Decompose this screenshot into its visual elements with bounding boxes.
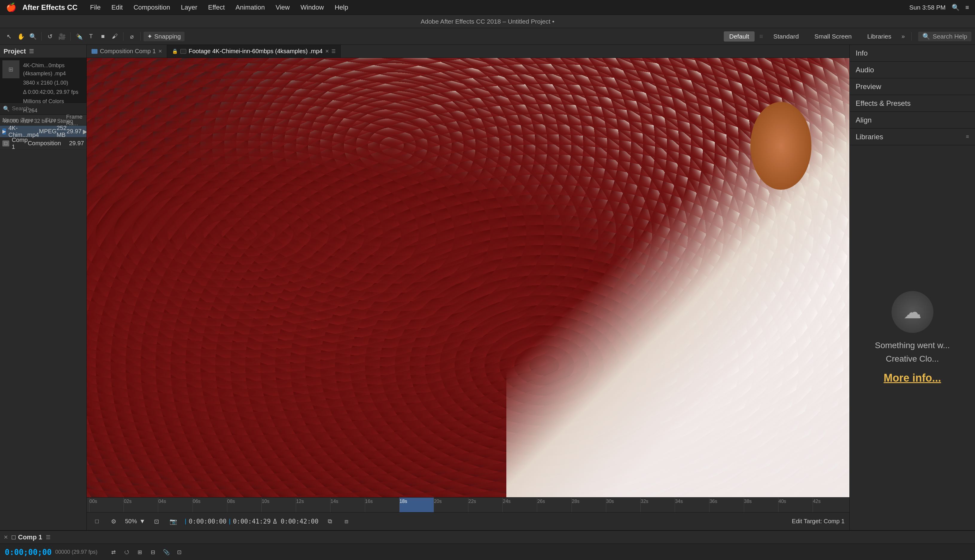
footage-tab-close[interactable]: ✕ <box>325 48 329 54</box>
project-item-footage[interactable]: ▶ 4K-Chim...mp4 MPEG 252 MB 29.97 ▶ <box>0 125 87 137</box>
viewer-controls: □ ⚙ 50% ▼ ⊡ 📷 | 0:00:00:00 | 0:00:41:29 … <box>87 512 850 530</box>
zoom-level[interactable]: 50% <box>125 518 137 525</box>
more-info-link[interactable]: More info... <box>884 372 941 384</box>
tab-composition[interactable]: Composition Comp 1 ✕ <box>87 45 167 58</box>
tab-footage[interactable]: 🔒 Footage 4K-Chimei-inn-60mbps (4ksample… <box>167 45 341 58</box>
timecode-display: | 0:00:00:00 | 0:00:41:29 Δ 0:00:42:00 <box>185 518 318 525</box>
timeline-tool-5[interactable]: 📎 <box>161 547 172 558</box>
zoom-dropdown-icon: ▼ <box>139 518 145 525</box>
tick-4: 04s <box>158 498 192 512</box>
tick-12: 12s <box>296 498 330 512</box>
panel-align[interactable]: Align <box>850 112 975 128</box>
project-menu-icon[interactable]: ☰ <box>29 48 34 55</box>
apple-logo-icon[interactable]: 🍎 <box>6 2 17 12</box>
app-name: After Effects CC <box>22 3 77 12</box>
zoom-control[interactable]: 50% ▼ <box>125 518 145 525</box>
hand-tool[interactable]: ✋ <box>15 31 26 42</box>
timeline-menu-icon[interactable]: ☰ <box>46 534 50 540</box>
audio-info: 48.000 kHz / 32 bit U / Stereo <box>2 117 84 125</box>
panel-libraries[interactable]: Libraries ≡ <box>850 128 975 145</box>
close-icon[interactable]: ✕ <box>3 534 8 540</box>
camera-tool[interactable]: 🎥 <box>57 31 67 42</box>
comp-name: Comp 1 <box>18 533 42 541</box>
system-time: Sun 3:58 PM <box>909 4 945 11</box>
snapping-toggle[interactable]: ✦ Snapping <box>144 32 184 41</box>
zoom-tool[interactable]: 🔍 <box>27 31 38 42</box>
timeline-tool-2[interactable]: ⭯ <box>121 547 132 558</box>
audio-label: Audio <box>856 66 874 74</box>
puppet-tool[interactable]: ⌀ <box>127 31 137 42</box>
viewer-timeline-bar[interactable]: 00s 02s 04s 06s 08s 10s 12s 14s 16s 18s … <box>87 497 850 512</box>
viewer-canvas <box>87 58 850 497</box>
timecode-out-marker: | <box>229 518 230 525</box>
main-layout: Project ☰ ⊞ 4K-Chim...0mbps (4ksamples) … <box>0 45 975 530</box>
timecode-duration: Δ 0:00:42:00 <box>273 518 318 525</box>
footage-tab-menu[interactable]: ☰ <box>331 48 336 54</box>
timeline-area: ✕ □ Comp 1 ☰ 0:00;00;00 00000 (29.97 fps… <box>0 530 975 560</box>
project-item-comp[interactable]: □ Comp 1 Composition 29.97 <box>0 137 87 149</box>
paint-tool[interactable]: 🖌 <box>109 31 120 42</box>
comp-tab[interactable]: □ Comp 1 <box>12 533 42 541</box>
menu-extras: ≡ <box>965 4 969 11</box>
timeline-tool-6[interactable]: ⊡ <box>174 547 185 558</box>
workspace-default[interactable]: Default <box>724 32 754 42</box>
viewer-icon-a[interactable]: ⧉ <box>324 516 335 527</box>
project-preview: ⊞ 4K-Chim...0mbps (4ksamples) .mp4 3840 … <box>0 58 87 103</box>
timecode-in: 0:00:00:00 <box>189 518 226 525</box>
workspace-standard[interactable]: Standard <box>768 32 804 42</box>
menu-view[interactable]: View <box>270 2 295 13</box>
menu-window[interactable]: Window <box>295 2 329 13</box>
file-dimensions: 3840 x 2160 (1.00) <box>23 79 84 87</box>
comp-icon: □ <box>2 140 9 147</box>
menubar: 🍎 After Effects CC File Edit Composition… <box>0 0 975 15</box>
text-tool[interactable]: T <box>85 31 96 42</box>
tick-38: 38s <box>744 498 778 512</box>
workspace-more-icon[interactable]: » <box>901 33 905 40</box>
tick-18[interactable]: 18s <box>399 498 434 512</box>
effects-label: Effects & Presets <box>856 99 911 108</box>
tool-separator-1 <box>41 32 42 41</box>
viewer-settings-icon[interactable]: ⚙ <box>108 516 119 527</box>
comp-tab-close[interactable]: ✕ <box>158 48 162 54</box>
timeline-tool-4[interactable]: ⊟ <box>148 547 159 558</box>
panel-preview[interactable]: Preview <box>850 78 975 95</box>
menu-composition[interactable]: Composition <box>128 2 175 13</box>
selection-tool[interactable]: ↖ <box>3 31 14 42</box>
menu-effect[interactable]: Effect <box>203 2 230 13</box>
panel-effects-presets[interactable]: Effects & Presets <box>850 95 975 112</box>
right-panel-cc-content: ☁ Something went w...Creative Clo... Mor… <box>850 145 975 530</box>
cc-icon: ☁ <box>891 291 933 333</box>
search-help-box[interactable]: 🔍 Search Help <box>918 32 972 41</box>
comp-icon: □ <box>12 533 15 541</box>
camera-icon[interactable]: 📷 <box>168 516 179 527</box>
timeline-tool-3[interactable]: ⊞ <box>135 547 145 558</box>
workspace-libraries[interactable]: Libraries <box>862 32 897 42</box>
panel-info[interactable]: Info <box>850 45 975 62</box>
tick-22: 22s <box>468 498 502 512</box>
file-name: 4K-Chim...0mbps (4ksamples) .mp4 <box>23 62 84 78</box>
menu-right: Sun 3:58 PM 🔍 ≡ <box>909 4 975 11</box>
tick-20: 20s <box>434 498 468 512</box>
edit-target: Edit Target: Comp 1 <box>792 518 845 525</box>
viewer-icon-b[interactable]: ⧇ <box>341 516 352 527</box>
menu-help[interactable]: Help <box>329 2 353 13</box>
file-color: Millions of Colors <box>23 97 84 105</box>
menu-animation[interactable]: Animation <box>230 2 270 13</box>
rotate-tool[interactable]: ↺ <box>45 31 55 42</box>
workspace-smallscreen[interactable]: Small Screen <box>809 32 857 42</box>
panel-audio[interactable]: Audio <box>850 62 975 78</box>
menu-file[interactable]: File <box>85 2 106 13</box>
menu-edit[interactable]: Edit <box>106 2 128 13</box>
search-icon[interactable]: 🔍 <box>952 4 960 11</box>
menu-layer[interactable]: Layer <box>176 2 203 13</box>
item-comp-name: Comp 1 <box>12 137 27 150</box>
timeline-timecode[interactable]: 0:00;00;00 <box>5 548 52 557</box>
pen-tool[interactable]: ✒️ <box>74 31 84 42</box>
timeline-header: ✕ □ Comp 1 ☰ <box>0 531 975 544</box>
menu-items: File Edit Composition Layer Effect Anima… <box>85 2 353 13</box>
shape-tool[interactable]: ■ <box>97 31 108 42</box>
tick-34: 34s <box>675 498 709 512</box>
frame-aspect-icon[interactable]: ⊡ <box>151 516 162 527</box>
timeline-tool-1[interactable]: ⇄ <box>108 547 119 558</box>
right-panel: Info Audio Preview Effects & Presets Ali… <box>850 45 975 530</box>
